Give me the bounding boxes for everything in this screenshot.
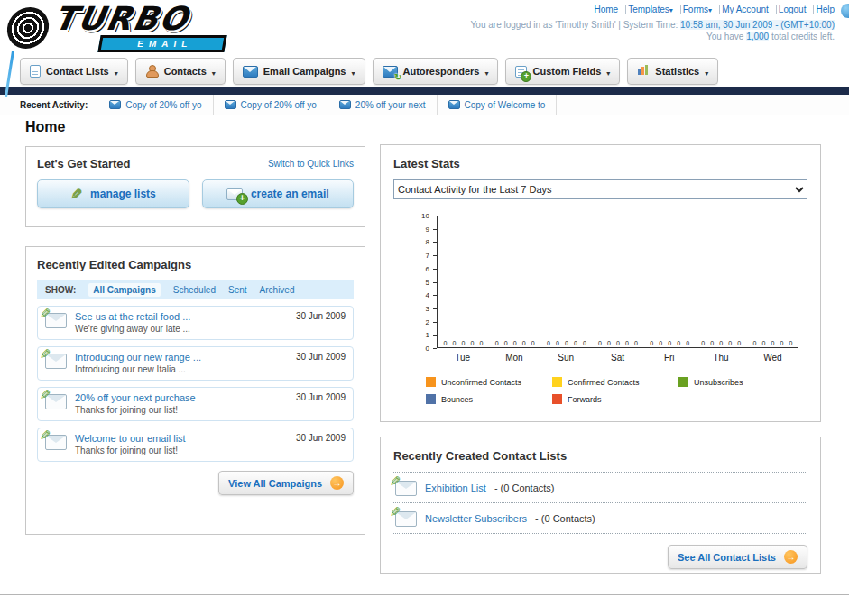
y-tick-mark xyxy=(433,242,437,243)
bar-cell: 0 xyxy=(605,340,612,347)
y-tick-mark xyxy=(433,335,437,336)
chart-legend: Unconfirmed ContactsConfirmed ContactsUn… xyxy=(426,377,807,404)
chart-x-labels: TueMonSunSatFriThuWed xyxy=(437,348,798,363)
nav-tab-custom-fields[interactable]: Custom Fields xyxy=(505,58,620,85)
bar-cell: 0 xyxy=(752,340,758,347)
autoresponders-icon xyxy=(383,66,398,78)
bar-value-label: 0 xyxy=(625,340,629,346)
nav-tab-autoresponders[interactable]: Autoresponders xyxy=(373,58,499,85)
nav-tab-statistics[interactable]: Statistics xyxy=(627,58,718,85)
campaigns-title: Recently Edited Campaigns xyxy=(37,258,191,271)
edit-list-icon xyxy=(395,511,417,527)
nav-tab-contact-lists[interactable]: Contact Lists xyxy=(20,58,128,85)
filter-archived[interactable]: Archived xyxy=(260,285,295,295)
y-tick-mark xyxy=(433,295,437,296)
bar-value-label: 0 xyxy=(752,340,756,346)
bar-value-label: 0 xyxy=(771,340,774,346)
y-tick-label: 9 xyxy=(426,225,429,234)
recent-activity-bar: Recent Activity: Copy of 20% off yo Copy… xyxy=(0,95,849,115)
y-tick-label: 3 xyxy=(426,305,429,313)
filter-sent[interactable]: Sent xyxy=(228,285,247,295)
bar-value-label: 0 xyxy=(444,340,448,346)
nav-tab-email-campaigns[interactable]: Email Campaigns xyxy=(233,58,365,85)
edit-campaign-icon xyxy=(45,435,67,450)
bar-value-label: 0 xyxy=(547,340,550,346)
filter-scheduled[interactable]: Scheduled xyxy=(173,285,216,295)
bar-cell: 0 xyxy=(779,340,785,347)
bar-cell: 0 xyxy=(632,340,639,347)
y-tick-mark xyxy=(433,269,437,270)
top-link-my-account[interactable]: My Account xyxy=(720,5,777,14)
top-link-logout[interactable]: Logout xyxy=(777,5,815,14)
y-tick-mark xyxy=(433,308,437,309)
contact-list-link[interactable]: Exhibition List xyxy=(425,483,486,493)
campaign-link[interactable]: See us at the retail food ... xyxy=(75,311,288,322)
chart-plot: 00000000000000000000000000000000000 xyxy=(437,216,798,348)
recent-activity-item[interactable]: 20% off your next xyxy=(328,95,438,115)
contact-lists-title: Recently Created Contact Lists xyxy=(393,449,567,463)
login-info: You are logged in as 'Timothy Smith' | S… xyxy=(471,19,835,31)
mail-icon xyxy=(225,100,236,109)
y-tick-label: 7 xyxy=(426,252,429,260)
x-axis-label: Wed xyxy=(747,348,798,363)
activity-item-label: Copy of Welcome to xyxy=(465,100,546,110)
recent-activity-item[interactable]: Copy of Welcome to xyxy=(438,95,558,115)
recent-activity-item[interactable]: Copy of 20% off yo xyxy=(214,95,328,115)
page: TURBO EMAIL HomeTemplatesFormsMy Account… xyxy=(0,0,849,616)
contact-count: - (0 Contacts) xyxy=(494,483,555,493)
bar-value-label: 0 xyxy=(522,340,526,346)
bar-value-label: 0 xyxy=(650,340,653,346)
campaign-link[interactable]: Introducing our new range ... xyxy=(75,352,288,363)
y-tick-mark xyxy=(433,255,437,256)
mail-icon xyxy=(448,100,460,109)
bar-cell: 0 xyxy=(685,340,691,347)
bar-value-label: 0 xyxy=(574,340,577,346)
create-email-button[interactable]: create an email xyxy=(202,179,355,208)
login-prefix: You are logged in as 'Timothy Smith' | S… xyxy=(471,20,680,30)
logo-subtitle: EMAIL xyxy=(97,35,226,52)
contact-list-link[interactable]: Newsletter Subscribers xyxy=(425,513,527,524)
filter-all-campaigns[interactable]: All Campaigns xyxy=(88,283,160,297)
campaign-subtitle: Thanks for joining our list! xyxy=(75,446,288,455)
legend-label: Unsubscribes xyxy=(694,378,743,387)
button-label: See All Contact Lists xyxy=(678,552,776,563)
top-link-forms[interactable]: Forms xyxy=(681,5,720,14)
bar-value-label: 0 xyxy=(677,340,680,346)
recent-activity-item[interactable]: Copy of 20% off yo xyxy=(98,95,213,115)
campaign-subtitle: Introducing our new Italia ... xyxy=(75,364,288,374)
legend-swatch xyxy=(426,377,436,387)
x-axis-label: Fri xyxy=(643,348,695,363)
campaign-link[interactable]: 20% off your next purchase xyxy=(75,392,288,403)
view-all-campaigns-button[interactable]: View All Campaigns xyxy=(218,471,354,495)
contact-lists-icon xyxy=(30,65,41,78)
y-tick-mark xyxy=(433,348,437,349)
nav-tab-contacts[interactable]: Contacts xyxy=(135,58,226,85)
nav-tab-label: Contact Lists xyxy=(46,66,109,77)
bar-value-label: 0 xyxy=(659,340,662,346)
nav-divider-bar xyxy=(0,87,849,95)
bar-cell: 0 xyxy=(649,340,655,347)
legend-swatch xyxy=(678,377,688,387)
stats-range-select[interactable]: Contact Activity for the Last 7 Days xyxy=(393,179,807,199)
bar-value-label: 0 xyxy=(453,340,457,346)
bar-value-label: 0 xyxy=(761,340,765,346)
top-link-home[interactable]: Home xyxy=(592,5,626,14)
legend-row-2: BouncesForwards xyxy=(426,394,807,404)
nav-tab-label: Contacts xyxy=(164,66,207,77)
switch-quick-links-link[interactable]: Switch to Quick Links xyxy=(268,159,354,169)
bar-cell: 0 xyxy=(676,340,682,347)
see-all-contact-lists-button[interactable]: See All Contact Lists xyxy=(668,545,807,569)
x-axis-label: Mon xyxy=(488,348,540,363)
manage-lists-button[interactable]: manage lists xyxy=(37,179,189,208)
latest-stats-panel: Latest Stats Contact Activity for the La… xyxy=(380,144,821,422)
bar-value-label: 0 xyxy=(556,340,559,346)
contact-activity-chart: 012345678910 000000000000000000000000000… xyxy=(410,216,798,363)
top-link-templates[interactable]: Templates xyxy=(626,5,681,14)
bar-value-label: 0 xyxy=(686,340,689,346)
bar-value-label: 0 xyxy=(480,340,484,346)
nav-tab-label: Statistics xyxy=(655,66,699,77)
bar-cell: 0 xyxy=(460,340,466,347)
campaign-link[interactable]: Welcome to our email list xyxy=(75,433,288,444)
top-link-help[interactable]: Help xyxy=(814,5,835,14)
bar-group: 00000 xyxy=(489,216,540,347)
